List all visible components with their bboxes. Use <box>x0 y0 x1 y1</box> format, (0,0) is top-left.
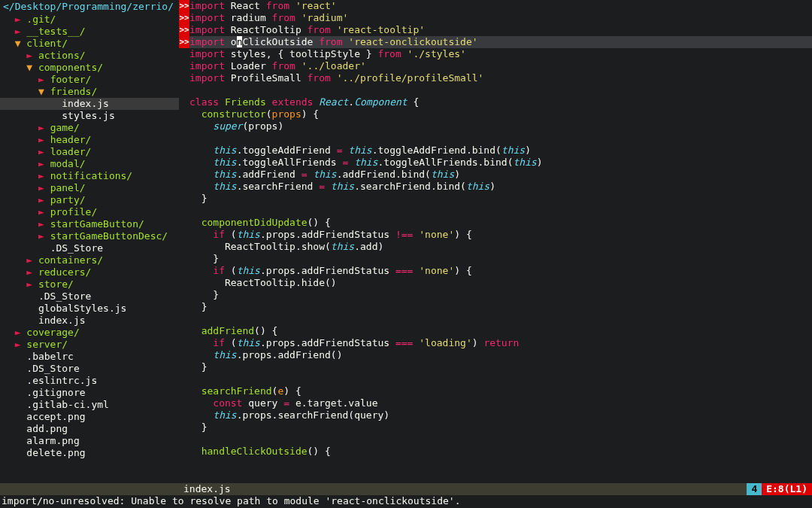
code-line[interactable]: ReactTooltip.hide() <box>189 277 812 289</box>
code-line[interactable]: import ProfileSmall from '../profile/pro… <box>189 72 812 84</box>
tree-item[interactable]: alarm.png <box>0 435 179 447</box>
tree-item[interactable]: .eslintrc.js <box>0 375 179 387</box>
tree-item[interactable]: .DS_Store <box>0 291 179 303</box>
code-line[interactable]: this.searchFriend = this.searchFriend.bi… <box>189 181 812 193</box>
tree-item-name: styles.js <box>62 110 114 121</box>
tree-item[interactable]: delete.png <box>0 447 179 459</box>
tree-item[interactable]: ► containers/ <box>0 254 179 266</box>
tree-item[interactable]: styles.js <box>0 110 179 122</box>
status-filename: index.js <box>0 483 747 495</box>
tree-item[interactable]: ► startGameButtonDesc/ <box>0 230 179 242</box>
tree-item-name: .gitlab-ci.yml <box>26 399 109 410</box>
code-line[interactable]: searchFriend(e) { <box>189 385 812 397</box>
gutter-cell <box>179 193 189 205</box>
tree-item-name: profile/ <box>50 206 98 217</box>
code-line[interactable]: handleClickOutside() { <box>189 446 812 458</box>
gutter: >>>>>>>> <box>179 0 189 458</box>
gutter-cell <box>179 48 189 60</box>
tree-item[interactable]: ► store/ <box>0 278 179 291</box>
code-line[interactable]: import styles, { tooltipStyle } from './… <box>189 48 812 60</box>
code-line[interactable]: if (this.props.addFriendStatus === 'none… <box>189 265 812 277</box>
tree-item[interactable]: ► coverage/ <box>0 327 179 339</box>
tree-item[interactable]: ► panel/ <box>0 182 179 194</box>
code-line[interactable]: } <box>189 289 812 301</box>
tree-item[interactable]: ▼ client/ <box>0 38 179 50</box>
code-line[interactable]: import ReactTooltip from 'react-tooltip' <box>189 24 812 36</box>
tree-item[interactable]: ► actions/ <box>0 50 179 62</box>
tree-item[interactable]: ► modal/ <box>0 158 179 170</box>
code-line[interactable]: if (this.props.addFriendStatus === 'load… <box>189 337 812 349</box>
tree-item[interactable]: ► footer/ <box>0 74 179 86</box>
tree-arrow-icon: ► <box>38 122 44 133</box>
code-lines[interactable]: import React from 'react'import radium f… <box>179 0 812 458</box>
tree-item[interactable]: ► notifications/ <box>0 170 179 182</box>
tree-item[interactable]: accept.png <box>0 411 179 423</box>
code-line[interactable]: if (this.props.addFriendStatus !== 'none… <box>189 229 812 241</box>
code-line[interactable]: import radium from 'radium' <box>189 12 812 24</box>
code-line[interactable]: import React from 'react' <box>189 0 812 12</box>
code-line[interactable]: import Loader from '../loader' <box>189 60 812 72</box>
code-line[interactable]: } <box>189 421 812 433</box>
code-line[interactable]: this.props.searchFriend(query) <box>189 409 812 421</box>
code-line[interactable]: this.toggleAddFriend = this.toggleAddFri… <box>189 144 812 157</box>
tree-item[interactable]: ▼ friends/ <box>0 86 179 98</box>
status-position[interactable]: 4 <box>747 483 762 495</box>
code-line[interactable]: } <box>189 253 812 265</box>
code-line[interactable] <box>189 132 812 144</box>
breadcrumb: </Desktop/Programming/zerrio/ <box>0 0 179 14</box>
code-line[interactable] <box>189 373 812 385</box>
code-line[interactable]: } <box>189 193 812 205</box>
code-line[interactable]: ReactTooltip.show(this.add) <box>189 241 812 253</box>
tree-item[interactable]: .gitignore <box>0 387 179 399</box>
tree-item[interactable]: .DS_Store <box>0 242 179 254</box>
tree-item[interactable]: .babelrc <box>0 351 179 363</box>
tree-item[interactable]: index.js <box>0 98 179 110</box>
tree-item[interactable]: ► startGameButton/ <box>0 218 179 230</box>
code-line[interactable]: addFriend() { <box>189 325 812 337</box>
file-tree[interactable]: ► .git/ ► __tests__/ ▼ client/ ► actions… <box>0 14 179 459</box>
code-line[interactable]: constructor(props) { <box>189 108 812 120</box>
tree-item[interactable]: globalStyles.js <box>0 303 179 315</box>
code-line[interactable]: this.addFriend = this.addFriend.bind(thi… <box>189 169 812 181</box>
tree-item[interactable]: ► __tests__/ <box>0 26 179 38</box>
code-line[interactable]: componentDidUpdate() { <box>189 217 812 229</box>
gutter-cell <box>179 409 189 421</box>
code-line[interactable]: import onClickOutside from 'react-onclic… <box>189 36 812 48</box>
tree-item[interactable]: .DS_Store <box>0 363 179 375</box>
tree-item[interactable]: ► .git/ <box>0 14 179 26</box>
tree-item[interactable]: ► header/ <box>0 134 179 146</box>
tree-item[interactable]: ► game/ <box>0 122 179 134</box>
code-line[interactable]: class Friends extends React.Component { <box>189 96 812 108</box>
tree-item[interactable]: ► profile/ <box>0 206 179 218</box>
tree-arrow-icon: ► <box>38 194 44 205</box>
tree-item[interactable]: add.png <box>0 423 179 435</box>
code-line[interactable]: this.props.addFriend() <box>189 349 812 361</box>
code-line[interactable]: this.toggleAllFriends = this.toggleAllFr… <box>189 157 812 169</box>
tree-item[interactable]: ► reducers/ <box>0 266 179 278</box>
code-line[interactable]: } <box>189 301 812 313</box>
tree-item[interactable]: .gitlab-ci.yml <box>0 399 179 411</box>
tree-item-name: .gitignore <box>26 387 85 398</box>
code-line[interactable]: super(props) <box>189 120 812 132</box>
code-line[interactable] <box>189 313 812 325</box>
tree-item-name: __tests__/ <box>26 26 85 37</box>
tree-item-name: alarm.png <box>26 435 79 446</box>
code-line[interactable] <box>189 84 812 96</box>
tree-item[interactable]: ► party/ <box>0 194 179 206</box>
code-editor[interactable]: >>>>>>>> import React from 'react'import… <box>179 0 812 483</box>
tree-item[interactable]: ▼ components/ <box>0 62 179 74</box>
tree-item-name: index.js <box>38 315 86 326</box>
file-tree-sidebar[interactable]: </Desktop/Programming/zerrio/ ► .git/ ► … <box>0 0 179 483</box>
code-line[interactable]: const query = e.target.value <box>189 397 812 409</box>
tree-item[interactable]: ► server/ <box>0 339 179 351</box>
code-line[interactable] <box>189 433 812 446</box>
tree-item[interactable]: ► loader/ <box>0 146 179 158</box>
tree-item-name: .DS_Store <box>50 242 103 254</box>
tree-item[interactable]: index.js <box>0 315 179 327</box>
tree-item-name: .git/ <box>26 14 56 25</box>
code-line[interactable] <box>189 205 812 217</box>
gutter-cell <box>179 108 189 120</box>
code-line[interactable]: } <box>189 361 812 373</box>
gutter-cell <box>179 385 189 397</box>
status-error-count[interactable]: E:8(L1) <box>762 483 812 495</box>
